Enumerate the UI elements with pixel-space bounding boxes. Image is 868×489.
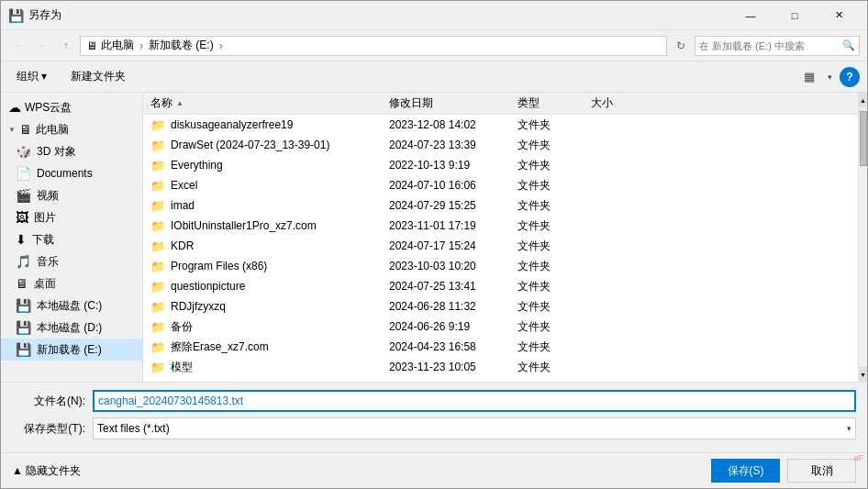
sidebar-item-documents[interactable]: 📄 Documents [1, 162, 142, 184]
sidebar-item-label: 音乐 [37, 254, 59, 270]
file-type-cell: 文件夹 [510, 239, 584, 254]
folder-icon: 📁 [150, 219, 165, 233]
disk-e-icon: 💾 [16, 342, 31, 357]
sidebar: ☁ WPS云盘 ▼ 🖥 此电脑 🎲 3D 对象 📄 Documents 🎬 视频 [1, 93, 143, 382]
forward-button[interactable]: → [32, 36, 52, 56]
file-date-cell: 2024-07-10 16:06 [382, 179, 510, 192]
path-drive: 新加载卷 (E:) [149, 38, 214, 53]
wps-label: WPS云盘 [25, 100, 72, 116]
close-button[interactable]: ✕ [818, 1, 860, 30]
sidebar-item-video[interactable]: 🎬 视频 [1, 184, 142, 206]
table-row[interactable]: 📁 模型 2023-11-23 10:05 文件夹 [143, 357, 858, 377]
folder-icon: 📁 [150, 300, 165, 314]
col-date-header[interactable]: 修改日期 [382, 95, 510, 111]
table-row[interactable]: 📁 diskusageanalyzerfree19 2023-12-08 14:… [143, 115, 858, 135]
table-row[interactable]: 📁 Excel 2024-07-10 16:06 文件夹 [143, 175, 858, 195]
table-row[interactable]: 📁 Program Files (x86) 2023-10-03 10:20 文… [143, 256, 858, 276]
filetype-select[interactable]: Text files (*.txt) ▾ [93, 417, 856, 439]
sidebar-item-desktop[interactable]: 🖥 桌面 [1, 272, 142, 295]
scroll-up-arrow[interactable]: ▲ [859, 93, 868, 107]
file-type-cell: 文件夹 [510, 218, 584, 234]
sidebar-item-e[interactable]: 💾 新加载卷 (E:) [1, 339, 142, 361]
view-dropdown-icon[interactable]: ▾ [828, 72, 832, 82]
path-sep-1: › [139, 39, 143, 52]
table-row[interactable]: 📁 KDR 2024-07-17 15:24 文件夹 [143, 236, 858, 256]
table-row[interactable]: 📁 IObitUninstaller1Pro_xz7.com 2023-11-0… [143, 216, 858, 236]
table-row[interactable]: 📁 DrawSet (2024-07-23_13-39-01) 2024-07-… [143, 135, 858, 155]
search-input[interactable] [699, 40, 839, 51]
sidebar-pc[interactable]: ▼ 🖥 此电脑 [1, 118, 142, 140]
pc-icon: 🖥 [19, 122, 32, 137]
view-button[interactable]: ▦ [798, 66, 820, 88]
file-type-cell: 文件夹 [510, 178, 584, 194]
music-icon: 🎵 [16, 254, 31, 269]
sidebar-item-label: 图片 [34, 210, 56, 226]
filetype-dropdown-icon[interactable]: ▾ [847, 424, 851, 433]
table-row[interactable]: 📁 questionpicture 2024-07-25 13:41 文件夹 [143, 276, 858, 296]
sidebar-item-downloads[interactable]: ⬇ 下载 [1, 228, 142, 250]
table-row[interactable]: 📁 Everything 2022-10-13 9:19 文件夹 [143, 155, 858, 175]
file-name-cell: 📁 diskusageanalyzerfree19 [143, 118, 382, 132]
dialog-title: 另存为 [28, 7, 729, 23]
filetype-label: 保存类型(T): [12, 421, 85, 437]
toolbar: 组织 ▾ 新建文件夹 ▦ ▾ ? [1, 61, 867, 93]
file-date-cell: 2023-12-08 14:02 [382, 118, 510, 131]
search-box[interactable]: 🔍 [695, 36, 860, 56]
file-date-cell: 2024-07-23 13:39 [382, 139, 510, 151]
path-computer-icon: 🖥 [86, 39, 97, 52]
table-row[interactable]: 📁 擦除Erase_xz7.com 2024-04-23 16:58 文件夹 [143, 337, 858, 357]
sidebar-item-label: 本地磁盘 (C:) [37, 298, 102, 314]
refresh-button[interactable]: ↻ [671, 36, 691, 56]
address-bar: ← → ↑ 🖥 此电脑 › 新加载卷 (E:) › ↻ 🔍 [1, 30, 867, 61]
sidebar-item-label: 新加载卷 (E:) [37, 342, 102, 358]
title-bar: 💾 另存为 — □ ✕ [1, 1, 867, 30]
sidebar-item-c[interactable]: 💾 本地磁盘 (C:) [1, 295, 142, 317]
file-date-cell: 2024-06-26 9:19 [382, 320, 510, 333]
sidebar-item-3d[interactable]: 🎲 3D 对象 [1, 140, 142, 162]
address-path[interactable]: 🖥 此电脑 › 新加载卷 (E:) › [80, 36, 667, 56]
maximize-button[interactable]: □ [773, 1, 816, 30]
col-name-header[interactable]: 名称 ▲ [143, 95, 382, 111]
pc-label: 此电脑 [36, 122, 69, 138]
save-button[interactable]: 保存(S) [711, 459, 780, 483]
scroll-thumb[interactable] [860, 111, 867, 166]
file-name-cell: 📁 Excel [143, 179, 382, 193]
sidebar-item-music[interactable]: 🎵 音乐 [1, 250, 142, 272]
up-button[interactable]: ↑ [56, 36, 76, 56]
scroll-track[interactable] [859, 107, 868, 367]
cancel-button[interactable]: 取消 [787, 459, 856, 483]
filetype-row: 保存类型(T): Text files (*.txt) ▾ [12, 417, 856, 439]
file-name-cell: 📁 Program Files (x86) [143, 260, 382, 273]
filename-input[interactable] [93, 390, 856, 412]
sidebar-item-pictures[interactable]: 🖼 图片 [1, 206, 142, 228]
organize-button[interactable]: 组织 ▾ [8, 66, 55, 88]
file-date-cell: 2024-04-23 16:58 [382, 340, 510, 353]
folder-icon: 📁 [150, 179, 165, 193]
scroll-down-arrow[interactable]: ▼ [859, 367, 868, 382]
file-date-cell: 2024-07-29 15:25 [382, 199, 510, 212]
file-name-cell: 📁 Everything [143, 159, 382, 172]
col-type-header[interactable]: 类型 [510, 95, 584, 111]
minimize-button[interactable]: — [729, 1, 772, 30]
table-row[interactable]: 📁 备份 2024-06-26 9:19 文件夹 [143, 317, 858, 337]
dialog-icon: 💾 [8, 8, 23, 23]
back-button[interactable]: ← [8, 36, 28, 56]
hide-folders-toggle[interactable]: ▲ 隐藏文件夹 [12, 463, 81, 479]
new-folder-button[interactable]: 新建文件夹 [62, 66, 134, 88]
table-row[interactable]: 📁 imad 2024-07-29 15:25 文件夹 [143, 195, 858, 216]
help-button[interactable]: ? [840, 67, 860, 87]
folder-icon: 📁 [150, 118, 165, 132]
sidebar-wps[interactable]: ☁ WPS云盘 [1, 96, 142, 118]
sidebar-item-d[interactable]: 💾 本地磁盘 (D:) [1, 317, 142, 339]
main-area: ☁ WPS云盘 ▼ 🖥 此电脑 🎲 3D 对象 📄 Documents 🎬 视频 [1, 93, 867, 382]
table-row[interactable]: 📁 RDJjfzyxzq 2024-06-28 11:32 文件夹 [143, 296, 858, 317]
col-size-header[interactable]: 大小 [584, 95, 858, 111]
search-icon[interactable]: 🔍 [842, 39, 855, 51]
file-date-cell: 2023-10-03 10:20 [382, 260, 510, 272]
sidebar-item-label: 视频 [37, 188, 59, 204]
wps-icon: ☁ [8, 100, 21, 115]
right-scrollbar[interactable]: ▲ ▼ [858, 93, 867, 382]
file-type-cell: 文件夹 [510, 279, 584, 295]
file-type-cell: 文件夹 [510, 319, 584, 335]
folder-icon: 📁 [150, 260, 165, 273]
